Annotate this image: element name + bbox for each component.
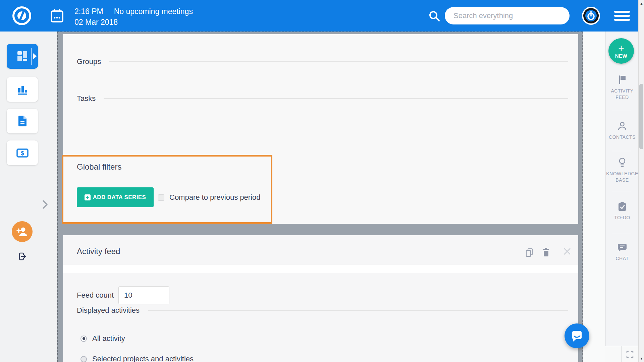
sidebar-item-finance[interactable]: $ (7, 140, 38, 165)
displayed-activities-label: Displayed activities (77, 306, 140, 315)
global-filters-heading: Global filters (77, 162, 121, 172)
filters-widget: Groups Tasks Global filters + ADD DATA S… (63, 34, 578, 224)
lightbulb-icon (618, 157, 627, 167)
person-icon (618, 121, 627, 131)
sidebar-item-documents[interactable] (7, 109, 38, 133)
divider (63, 265, 578, 273)
new-button[interactable]: + NEW (608, 38, 634, 64)
rail-item-label: ACTIVITY FEED (606, 88, 638, 101)
bar-chart-icon (16, 83, 29, 96)
user-avatar[interactable] (582, 6, 600, 25)
delete-icon[interactable] (542, 248, 550, 257)
clock-time: 2:16 PM (74, 6, 103, 17)
rail-item-activity-feed[interactable]: ACTIVITY FEED (606, 75, 639, 101)
chat-bubble-icon (618, 243, 627, 252)
corner-panel (605, 346, 638, 362)
radio-unselected-icon[interactable] (80, 356, 87, 362)
divider (109, 61, 568, 62)
collapse-chevron-icon[interactable] (42, 200, 48, 209)
divider (612, 233, 631, 233)
divider (148, 310, 568, 311)
compare-option: Compare to previous period (158, 191, 260, 204)
rail-item-label: TO-DO (606, 215, 638, 221)
search-input[interactable] (445, 7, 570, 24)
right-gutter (583, 32, 605, 362)
flag-icon (618, 75, 627, 84)
rail-item-label: CHAT (606, 255, 638, 262)
scrollbar-thumb[interactable] (639, 84, 643, 149)
sidebar-item-reports[interactable] (7, 77, 38, 102)
feed-count-input[interactable] (118, 286, 169, 304)
sidebar-item-dashboard[interactable] (7, 44, 38, 69)
new-button-label: NEW (615, 53, 628, 59)
option-label: All activity (92, 334, 125, 343)
fullscreen-icon (626, 351, 634, 358)
add-user-button[interactable] (12, 221, 33, 242)
rail-item-contacts[interactable]: CONTACTS (606, 121, 639, 140)
search-icon[interactable] (428, 10, 441, 22)
duplicate-icon[interactable] (525, 248, 533, 257)
topbar: 2:16 PM No upcoming meetings 02 Mar 2018 (0, 0, 638, 32)
compare-checkbox[interactable] (158, 194, 164, 201)
todo-clipboard-icon (618, 202, 627, 211)
fullscreen-button[interactable] (621, 346, 638, 362)
plus-icon: + (85, 194, 91, 200)
messenger-icon (570, 329, 584, 343)
right-rail: + NEW ACTIVITY FEED CONTACTS KNOWLEDGE B… (605, 32, 638, 362)
option-all-activity[interactable]: All activity (80, 333, 125, 345)
add-data-series-label: ADD DATA SERIES (93, 194, 146, 201)
radio-selected-icon[interactable] (80, 336, 87, 342)
dollar-bill-icon: $ (16, 147, 29, 159)
document-icon (16, 115, 29, 127)
compare-label: Compare to previous period (169, 193, 260, 202)
scroll-down-icon[interactable]: ▼ (639, 357, 644, 360)
divider (104, 98, 568, 99)
tasks-section: Tasks (63, 94, 578, 104)
displayed-activities-section: Displayed activities (63, 304, 578, 316)
rail-item-label: CONTACTS (606, 134, 638, 140)
divider (612, 110, 631, 110)
add-data-series-button[interactable]: + ADD DATA SERIES (77, 187, 154, 207)
tasks-label: Tasks (77, 94, 96, 103)
scrollbar[interactable]: ▲ ▼ (638, 0, 644, 362)
rail-item-label: KNOWLEDGE BASE (606, 171, 638, 183)
groups-label: Groups (77, 57, 101, 66)
rail-item-chat[interactable]: CHAT (606, 243, 639, 262)
topbar-status: 2:16 PM No upcoming meetings 02 Mar 2018 (74, 6, 193, 27)
menu-icon[interactable] (614, 11, 630, 21)
dashboard-edit-area: Groups Tasks Global filters + ADD DATA S… (57, 32, 583, 362)
chat-launcher-button[interactable] (565, 323, 589, 348)
left-sidebar: $ (0, 32, 57, 362)
divider (31, 48, 32, 65)
current-date[interactable]: 02 Mar 2018 (74, 17, 193, 27)
app-logo-icon[interactable] (11, 5, 33, 26)
calendar-icon[interactable] (50, 9, 64, 23)
widget-title: Activity feed (77, 247, 120, 256)
dashboard-icon (16, 50, 29, 62)
expand-arrow-icon[interactable] (33, 53, 37, 59)
add-person-icon (16, 226, 29, 237)
option-label: Selected projects and activities (92, 355, 194, 362)
groups-section: Groups (63, 57, 578, 67)
svg-text:$: $ (21, 150, 24, 157)
activity-feed-widget: Activity feed Feed count Displayed activ… (63, 235, 578, 362)
option-selected-projects[interactable]: Selected projects and activities (80, 353, 194, 362)
close-icon[interactable] (563, 247, 572, 256)
divider (612, 151, 631, 151)
sign-out-icon[interactable] (18, 252, 27, 261)
feed-count-label: Feed count (77, 286, 114, 304)
rail-item-knowledge-base[interactable]: KNOWLEDGE BASE (606, 157, 639, 183)
divider (612, 192, 631, 192)
scroll-up-icon[interactable]: ▲ (639, 2, 644, 5)
meetings-status[interactable]: No upcoming meetings (114, 6, 193, 17)
rail-item-todo[interactable]: TO-DO (606, 202, 639, 221)
plus-icon: + (618, 44, 624, 53)
